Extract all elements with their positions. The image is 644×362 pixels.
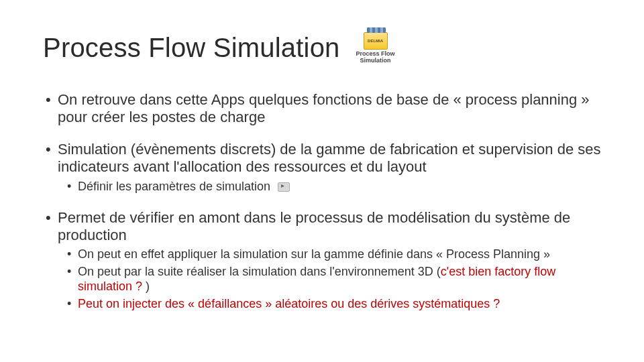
bullet-text: On retrouve dans cette Apps quelques fon…	[58, 91, 590, 125]
bullet-list: On retrouve dans cette Apps quelques fon…	[43, 91, 601, 312]
sub-item: On peut en effet appliquer la simulation…	[58, 247, 601, 262]
sub-list: On peut en effet appliquer la simulation…	[58, 247, 601, 312]
badge-line2: Simulation	[360, 58, 391, 64]
bullet-text: Simulation (évènements discrets) de la g…	[58, 141, 601, 175]
slide-title: Process Flow Simulation	[43, 33, 340, 63]
bullet-item: Permet de vérifier en amont dans le proc…	[43, 209, 601, 312]
sub-text-red: Peut on injecter des « défaillances » al…	[78, 297, 500, 310]
sub-text-suffix: )	[142, 280, 150, 293]
title-row: Process Flow Simulation DELMIA Process F…	[43, 32, 601, 64]
bullet-item: On retrouve dans cette Apps quelques fon…	[43, 91, 601, 126]
bullet-text: Permet de vérifier en amont dans le proc…	[58, 209, 570, 243]
simulation-params-icon	[278, 182, 290, 192]
sub-text: On peut en effet appliquer la simulation…	[78, 247, 550, 261]
app-badge: DELMIA Process Flow Simulation	[356, 32, 395, 64]
sub-item: Peut on injecter des « défaillances » al…	[58, 297, 601, 312]
delmia-app-icon: DELMIA	[364, 32, 388, 50]
sub-item: Définir les paramètres de simulation	[58, 180, 601, 194]
sub-text: Définir les paramètres de simulation	[78, 180, 270, 193]
sub-text-prefix: On peut par la suite réaliser la simulat…	[78, 265, 441, 278]
sub-list: Définir les paramètres de simulation	[58, 180, 601, 194]
bullet-item: Simulation (évènements discrets) de la g…	[43, 141, 601, 194]
sub-item: On peut par la suite réaliser la simulat…	[58, 265, 601, 294]
